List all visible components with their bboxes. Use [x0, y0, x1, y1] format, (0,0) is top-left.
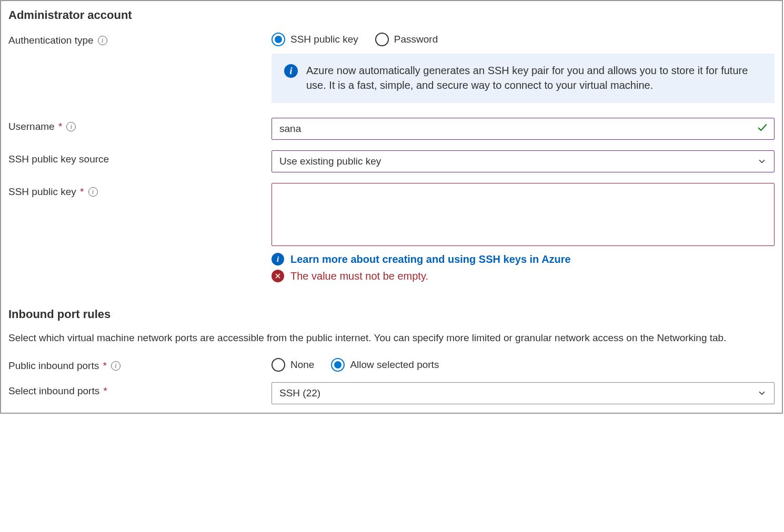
row-key-source: SSH public key source Use existing publi…	[8, 150, 775, 172]
public-key-label-inner: SSH public key	[8, 186, 76, 197]
username-field	[272, 118, 775, 140]
info-icon[interactable]: i	[66, 122, 76, 131]
public-inbound-label-inner: Public inbound ports	[8, 360, 99, 371]
section-heading-ports: Inbound port rules	[8, 308, 775, 321]
auth-type-label-text: Authentication type	[8, 35, 94, 46]
select-ports-field: SSH (22)	[272, 382, 775, 404]
radio-indicator	[272, 358, 285, 372]
required-indicator: *	[56, 121, 63, 132]
public-key-textarea[interactable]	[272, 183, 775, 246]
chevron-down-icon	[757, 388, 767, 398]
error-text: The value must not be empty.	[290, 270, 428, 282]
row-username: Username * i	[8, 118, 775, 140]
radio-ssh-public-key[interactable]: SSH public key	[272, 33, 358, 46]
row-public-key: SSH public key * i i Learn more about cr…	[8, 183, 775, 282]
radio-indicator	[331, 358, 345, 372]
radio-label: Password	[394, 34, 438, 45]
radio-none[interactable]: None	[272, 358, 314, 372]
radio-label: None	[290, 359, 314, 371]
radio-indicator	[272, 33, 285, 46]
ssh-info-callout: i Azure now automatically generates an S…	[272, 54, 775, 103]
radio-indicator	[375, 33, 389, 46]
checkmark-icon	[757, 122, 768, 136]
select-ports-label-text: Select inbound ports *	[8, 385, 107, 397]
key-source-label-text: SSH public key source	[8, 154, 109, 165]
public-inbound-label-text: Public inbound ports *	[8, 360, 107, 372]
info-icon: i	[272, 253, 284, 265]
auth-type-field: SSH public key Password i Azure now auto…	[272, 32, 775, 103]
key-source-field: Use existing public key	[272, 150, 775, 172]
learn-more-link[interactable]: Learn more about creating and using SSH …	[290, 253, 571, 265]
username-label-text: Username *	[8, 121, 62, 132]
radio-password[interactable]: Password	[375, 33, 438, 46]
public-inbound-field: None Allow selected ports	[272, 357, 775, 372]
public-key-label-text: SSH public key *	[8, 186, 84, 198]
key-source-value: Use existing public key	[279, 156, 381, 167]
info-icon: i	[284, 64, 298, 78]
info-icon[interactable]: i	[88, 187, 98, 197]
label-public-key: SSH public key * i	[8, 183, 272, 198]
row-public-inbound: Public inbound ports * i None Allow sele…	[8, 357, 775, 372]
ports-description: Select which virtual machine network por…	[8, 331, 775, 345]
public-inbound-radio-group: None Allow selected ports	[272, 357, 775, 372]
radio-allow-selected[interactable]: Allow selected ports	[331, 358, 439, 372]
username-label-inner: Username	[8, 121, 55, 132]
label-public-inbound: Public inbound ports * i	[8, 357, 272, 372]
public-key-field: i Learn more about creating and using SS…	[272, 183, 775, 282]
username-input-wrap	[272, 118, 775, 140]
label-username: Username * i	[8, 118, 272, 132]
admin-account-panel: Administrator account Authentication typ…	[0, 0, 783, 414]
public-key-help: i Learn more about creating and using SS…	[272, 253, 775, 265]
row-auth-type: Authentication type i SSH public key Pas…	[8, 32, 775, 103]
label-auth-type: Authentication type i	[8, 32, 272, 46]
section-heading-admin: Administrator account	[8, 8, 775, 22]
row-select-ports: Select inbound ports * SSH (22)	[8, 382, 775, 404]
ssh-info-text: Azure now automatically generates an SSH…	[306, 63, 763, 93]
username-input[interactable]	[272, 118, 775, 140]
label-key-source: SSH public key source	[8, 150, 272, 165]
chevron-down-icon	[757, 157, 767, 166]
key-source-select[interactable]: Use existing public key	[272, 150, 775, 172]
required-indicator: *	[100, 360, 107, 371]
required-indicator: *	[77, 186, 84, 197]
select-ports-label-inner: Select inbound ports	[8, 385, 99, 396]
public-key-error: The value must not be empty.	[272, 270, 775, 282]
info-icon[interactable]: i	[111, 361, 120, 371]
select-ports-value: SSH (22)	[279, 387, 320, 399]
auth-type-radio-group: SSH public key Password	[272, 32, 775, 46]
select-ports-dropdown[interactable]: SSH (22)	[272, 382, 775, 404]
error-icon	[272, 270, 284, 282]
label-select-ports: Select inbound ports *	[8, 382, 272, 397]
info-icon[interactable]: i	[98, 36, 107, 45]
radio-label: SSH public key	[290, 34, 358, 45]
required-indicator: *	[100, 385, 107, 396]
radio-label: Allow selected ports	[350, 359, 439, 371]
